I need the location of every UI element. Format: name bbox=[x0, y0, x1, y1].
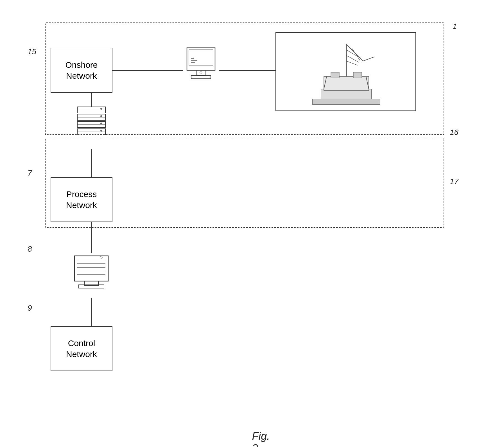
onshore-network-label: Onshore Network bbox=[65, 59, 98, 81]
svg-rect-35 bbox=[74, 256, 108, 281]
svg-line-17 bbox=[346, 61, 358, 65]
control-network-box: Control Network bbox=[51, 326, 112, 371]
connector-process-to-server2 bbox=[91, 222, 92, 253]
svg-rect-8 bbox=[321, 89, 372, 100]
ref-label-9: 9 bbox=[28, 304, 32, 313]
diagram: 1 15 16 17 7 8 9 Onshore Network bbox=[22, 17, 478, 425]
onshore-network-box: Onshore Network bbox=[51, 48, 112, 93]
svg-point-7 bbox=[200, 72, 202, 74]
svg-point-32 bbox=[100, 115, 102, 117]
server-icon-bottom bbox=[69, 253, 114, 298]
svg-point-33 bbox=[100, 123, 102, 124]
svg-rect-10 bbox=[324, 76, 369, 91]
svg-rect-22 bbox=[353, 72, 362, 78]
connector-onshore-to-firewall bbox=[91, 93, 92, 107]
firewall-switch-icon bbox=[74, 104, 108, 149]
svg-rect-21 bbox=[331, 72, 339, 78]
svg-point-31 bbox=[100, 108, 102, 110]
ref-label-7: 7 bbox=[28, 169, 32, 178]
ref-label-16: 16 bbox=[450, 128, 458, 137]
ref-label-17: 17 bbox=[450, 177, 458, 186]
connector-server2-to-control bbox=[91, 298, 92, 326]
ref-label-1: 1 bbox=[453, 22, 457, 31]
connector-firewall-to-process bbox=[91, 149, 92, 177]
svg-point-41 bbox=[100, 256, 102, 258]
ref-label-15: 15 bbox=[28, 47, 36, 56]
svg-rect-1 bbox=[189, 50, 213, 65]
connector-onshore-to-server bbox=[112, 70, 183, 71]
svg-line-20 bbox=[363, 57, 374, 61]
svg-rect-0 bbox=[187, 48, 215, 70]
process-network-label: Process Network bbox=[66, 189, 97, 211]
offshore-platform-box bbox=[275, 32, 416, 111]
process-network-box: Process Network bbox=[51, 177, 112, 222]
svg-rect-9 bbox=[313, 99, 380, 105]
ref-label-8: 8 bbox=[28, 245, 32, 254]
server-icon-top bbox=[183, 45, 219, 98]
connector-server-to-offshore bbox=[219, 70, 275, 71]
svg-point-34 bbox=[100, 130, 102, 132]
control-network-label: Control Network bbox=[66, 338, 97, 360]
svg-line-18 bbox=[346, 44, 358, 55]
